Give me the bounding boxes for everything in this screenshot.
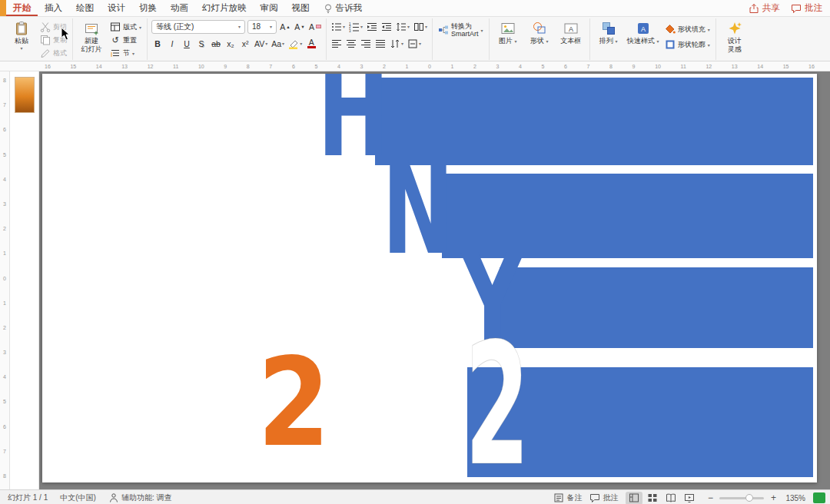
orange-number-2[interactable]: 2: [257, 342, 330, 463]
paragraph-group: ▾ 123▾ ▾ ▾: [327, 18, 433, 60]
slideshow-view-button[interactable]: [681, 492, 698, 504]
slide-thumbnail-panel[interactable]: [10, 71, 39, 489]
h-ruler-number: 6: [564, 64, 567, 69]
reading-view-button[interactable]: [662, 492, 679, 504]
shape-fill-button[interactable]: 形状填充▾: [663, 23, 712, 35]
section-button[interactable]: 节▾: [108, 47, 143, 59]
design-ideas-button[interactable]: 设计 灵感: [720, 19, 749, 53]
accessibility-status[interactable]: 辅助功能: 调查: [108, 492, 172, 503]
font-name-value: 等线 (正文): [156, 22, 194, 32]
zoom-level[interactable]: 135%: [785, 494, 805, 502]
reset-button[interactable]: ↺ 重置: [108, 34, 143, 46]
v-ruler-number: 2: [3, 226, 6, 231]
tab-视图[interactable]: 视图: [285, 0, 317, 16]
comments-toggle-button[interactable]: 批注: [589, 492, 618, 503]
h-ruler-number: 13: [732, 64, 738, 69]
vertical-ruler[interactable]: 87654321012345678: [0, 71, 10, 489]
font-color-button[interactable]: A: [305, 37, 317, 50]
strikethrough-button[interactable]: ab: [210, 37, 222, 50]
letter-n-text[interactable]: N: [382, 146, 454, 273]
tell-me-button[interactable]: 告诉我: [317, 2, 369, 14]
slide-sorter-view-button[interactable]: [644, 492, 661, 504]
text-direction-button[interactable]: ▾: [389, 37, 404, 50]
horizontal-ruler[interactable]: 1615141312111098765432101234567891011121…: [0, 61, 830, 71]
shapes-icon: [532, 21, 547, 36]
underline-button[interactable]: U: [181, 37, 193, 50]
tab-切换[interactable]: 切换: [132, 0, 164, 16]
comments-button[interactable]: 批注: [791, 2, 822, 14]
tab-幻灯片放映[interactable]: 幻灯片放映: [195, 0, 254, 16]
align-center-button[interactable]: [345, 37, 357, 50]
h-ruler-number: 9: [224, 64, 227, 69]
italic-button[interactable]: I: [166, 37, 178, 50]
language-indicator[interactable]: 中文(中国): [60, 492, 96, 503]
align-left-button[interactable]: [330, 37, 343, 50]
paste-button[interactable]: 粘贴 ▾: [7, 19, 36, 51]
bullets-button[interactable]: ▾: [330, 20, 346, 33]
h-ruler-number: 1: [405, 64, 408, 69]
textbox-button[interactable]: A 文本框: [556, 19, 586, 45]
shape-outline-button[interactable]: 形状轮廓▾: [663, 38, 712, 51]
notes-button[interactable]: 备注: [553, 492, 582, 503]
grow-font-button[interactable]: A▲: [279, 20, 291, 33]
zoom-slider[interactable]: [719, 497, 764, 499]
quick-styles-button[interactable]: A 快速样式 ▾: [626, 19, 661, 45]
font-size-select[interactable]: 18 ▾: [247, 20, 277, 34]
format-painter-button[interactable]: 格式: [38, 47, 68, 59]
superscript-button[interactable]: x²: [239, 37, 251, 50]
zoom-in-button[interactable]: +: [769, 492, 778, 503]
zoom-slider-knob[interactable]: [745, 494, 753, 502]
shapes-button[interactable]: 形状 ▾: [525, 19, 554, 45]
character-spacing-button[interactable]: AV▾: [254, 37, 268, 50]
clear-formatting-button[interactable]: A: [308, 20, 322, 33]
decrease-indent-button[interactable]: [366, 20, 378, 33]
align-right-icon: [360, 38, 371, 49]
copy-label: 复制: [53, 35, 67, 45]
subscript-button[interactable]: x₂: [224, 37, 237, 50]
share-button[interactable]: 共享: [749, 2, 780, 14]
align-text-button[interactable]: ▾: [407, 37, 422, 50]
slide-canvas[interactable]: H N Y 2 2: [42, 74, 817, 482]
letter-h-text[interactable]: H: [317, 74, 390, 175]
columns-button[interactable]: ▾: [413, 20, 428, 33]
quick-styles-label: 快速样式: [627, 37, 655, 45]
shrink-font-button[interactable]: A▼: [294, 20, 306, 33]
tab-插入[interactable]: 插入: [38, 0, 69, 16]
design-ideas-label-2: 灵感: [728, 45, 742, 53]
picture-button[interactable]: 图片 ▾: [493, 19, 523, 45]
svg-text:A: A: [569, 25, 573, 33]
numbering-button[interactable]: 123▾: [348, 20, 364, 33]
chevron-down-icon: ▾: [20, 45, 22, 51]
text-shadow-button[interactable]: S: [195, 37, 208, 50]
normal-view-button[interactable]: [626, 492, 642, 504]
bold-button[interactable]: B: [151, 37, 164, 50]
cut-button[interactable]: 剪切: [38, 21, 68, 33]
view-switcher: [626, 492, 698, 504]
line-spacing-button[interactable]: ▾: [395, 20, 410, 33]
copy-button[interactable]: 复制: [38, 34, 68, 46]
layout-button[interactable]: 版式▾: [108, 21, 143, 33]
svg-text:3: 3: [349, 28, 351, 32]
new-slide-button[interactable]: 新建 幻灯片: [77, 19, 106, 53]
tab-开始[interactable]: 开始: [6, 0, 38, 16]
tab-绘图[interactable]: 绘图: [69, 0, 101, 16]
increase-indent-button[interactable]: [380, 20, 393, 33]
zoom-out-button[interactable]: −: [706, 492, 715, 503]
tab-动画[interactable]: 动画: [164, 0, 195, 16]
v-ruler-number: 4: [3, 374, 6, 380]
align-right-button[interactable]: [360, 37, 372, 50]
highlight-button[interactable]: ▾: [287, 37, 303, 50]
lightbulb-icon: [323, 3, 334, 14]
font-name-select[interactable]: 等线 (正文) ▾: [151, 20, 245, 34]
arrange-button[interactable]: 排列 ▾: [594, 19, 623, 45]
white-number-2[interactable]: 2: [465, 320, 530, 482]
change-case-button[interactable]: Aa▾: [271, 37, 285, 50]
tab-审阅[interactable]: 审阅: [254, 0, 285, 16]
slide-thumbnail[interactable]: [15, 77, 35, 113]
tab-设计[interactable]: 设计: [101, 0, 132, 16]
h-ruler-number: 1: [450, 64, 453, 69]
reset-label: 重置: [123, 35, 137, 45]
convert-to-smartart-button[interactable]: 转换为 SmartArt ▾: [437, 19, 485, 41]
blue-bar-3[interactable]: [500, 267, 813, 348]
justify-button[interactable]: [374, 37, 387, 50]
